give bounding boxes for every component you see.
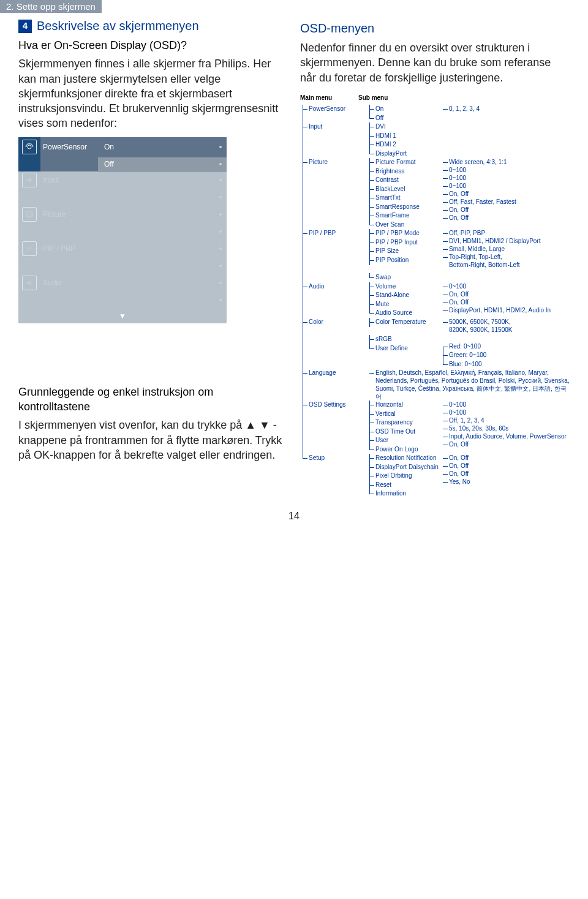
value-item: Small, Middle, Large: [440, 245, 570, 253]
osd-option-off[interactable]: Off: [98, 157, 227, 171]
main-menu-item: OSD Settings: [300, 401, 367, 454]
value-item: On, Off: [440, 214, 570, 222]
pip-icon: P: [22, 241, 37, 256]
sub-menu-item: Reset: [367, 481, 440, 490]
sub-menu-item: Information: [367, 489, 440, 498]
controls-paragraph: I skjermmenyen vist ovenfor, kan du tryk…: [18, 418, 288, 462]
main-menu-item: Picture: [300, 158, 367, 229]
osd-option-on[interactable]: On: [98, 140, 227, 154]
picture-icon: [22, 207, 37, 222]
value-item: 0, 1, 2, 3, 4: [440, 105, 570, 113]
sub-menu-item: Color Temperature: [367, 318, 440, 327]
osd-down-arrow[interactable]: ▼: [18, 309, 227, 323]
value-item: 5s, 10s, 20s, 30s, 60s: [440, 424, 570, 432]
value-item: Off, Fast, Faster, Fastest: [440, 198, 570, 206]
sub-menu-item: PIP / PBP Mode: [367, 229, 440, 238]
osd-menu-powersensor[interactable]: PowerSensor: [43, 142, 98, 152]
value-item: 0~100: [440, 401, 570, 408]
value-item: Green: 0~100: [440, 351, 570, 360]
sub-menu-item: DisplayPort Daisychain: [367, 463, 440, 472]
value-item: Top-Right, Top-Left, Bottom-Right, Botto…: [440, 253, 570, 269]
svg-point-0: [28, 145, 31, 149]
value-item: On, Off: [440, 440, 570, 448]
main-menu-item: PowerSensor: [300, 105, 367, 122]
audio-icon: [22, 276, 37, 290]
sub-menu-item: Resolution Notification: [367, 454, 440, 463]
sub-menu-item: Power On Logo: [367, 445, 440, 454]
sub-menu-item: Transparency: [367, 418, 440, 427]
value-item: DVI, HDMI1, HDMI2 / DisplayPort: [440, 237, 570, 245]
sub-menu-item: PIP / PBP Input: [367, 238, 440, 247]
value-item: 5000K, 6500K, 7500K, 8200K, 9300K, 11500…: [440, 318, 570, 334]
sub-menu-item: sRGB: [367, 335, 440, 344]
sub-menu-item: Stand-Alone: [367, 291, 440, 300]
tree-head-sub: Sub menu: [358, 94, 388, 103]
osd-menu-intro: Nedenfor finner du en oversikt over stru…: [300, 40, 570, 85]
sub-menu-item: On: [367, 105, 440, 114]
value-item: Yes, No: [440, 478, 570, 486]
value-item: Blue: 0~100: [440, 360, 570, 369]
sub-menu-item: SmartTxt: [367, 194, 440, 203]
sub-menu-item: PIP Position: [367, 256, 440, 265]
value-item: On, Off: [440, 190, 570, 198]
sensor-icon: [22, 140, 37, 154]
intro-paragraph: Skjermmenyen finnes i alle skjermer fra …: [18, 56, 288, 130]
sub-menu-item: Over Scan: [367, 220, 440, 230]
main-menu-item: Audio: [300, 282, 367, 318]
sub-menu-item: OSD Time Out: [367, 427, 440, 437]
language-list: English, Deutsch, Español, Ελληνική, Fra…: [367, 369, 570, 401]
sub-menu-item: Off: [367, 114, 440, 123]
value-item: 0~100: [440, 408, 570, 416]
value-item: On, Off: [440, 206, 570, 214]
sub-menu-item: User: [367, 436, 440, 445]
sub-menu-item: PIP Size: [367, 247, 440, 256]
sub-menu-item: Mute: [367, 300, 440, 309]
sub-menu-item: Audio Source: [367, 309, 440, 318]
value-item: On, Off: [440, 298, 570, 306]
value-item: Wide screen, 4:3, 1:1: [440, 158, 570, 166]
main-menu-item: PIP / PBP: [300, 229, 367, 282]
controls-heading: Grunnleggende og enkel instruksjon om ko…: [18, 385, 288, 415]
value-item: 0~100: [440, 282, 570, 290]
value-item: 0~100: [440, 182, 570, 190]
value-item: On, Off: [440, 462, 570, 470]
osd-menu-picture[interactable]: Picture: [43, 209, 98, 219]
page-number: 14: [0, 511, 588, 532]
sub-menu-item: Vertical: [367, 410, 440, 419]
sub-menu-item: User Define: [367, 344, 440, 353]
main-menu-item: Input: [300, 122, 367, 158]
value-item: Off, PIP, PBP: [440, 229, 570, 237]
step-number: 4: [18, 20, 32, 33]
tree-head-main: Main menu: [300, 94, 358, 103]
sub-menu-item: HDMI 2: [367, 140, 440, 149]
value-item: 0~100: [440, 174, 570, 182]
sub-menu-item: Volume: [367, 282, 440, 292]
section-header: 2. Sette opp skjermen: [0, 0, 102, 13]
input-icon: [22, 173, 37, 187]
sub-menu-item: SmartResponse: [367, 203, 440, 212]
main-menu-item: Setup: [300, 454, 367, 498]
sub-menu-item: DisplayPort: [367, 149, 440, 159]
main-menu-item: Color: [300, 318, 367, 369]
osd-menu-audio[interactable]: Audio: [43, 278, 98, 288]
value-item: DisplayPort, HDMI1, HDMI2, Audio In: [440, 306, 570, 314]
value-item: Red: 0~100: [440, 342, 570, 352]
sub-menu-item: Swap: [367, 273, 440, 282]
sub-menu-item: Contrast: [367, 176, 440, 185]
osd-menu-input[interactable]: Input: [43, 175, 98, 185]
sub-menu-item: HDMI 1: [367, 132, 440, 141]
osd-menu-pip[interactable]: PIP / PBP: [43, 244, 98, 254]
arrow-up-down-icon: ▲ ▼: [245, 419, 270, 431]
sub-menu-item: Brightness: [367, 167, 440, 176]
value-item: 0~100: [440, 166, 570, 174]
value-item: On, Off: [440, 290, 570, 298]
step-title: Beskrivelse av skjermmenyen: [37, 18, 199, 34]
sub-menu-item: SmartFrame: [367, 211, 440, 220]
sub-menu-item: Pixel Orbiting: [367, 472, 440, 481]
question-heading: Hva er On-Screen Display (OSD)?: [18, 38, 288, 53]
osd-screenshot: PowerSensor On Off Input: [18, 137, 227, 323]
sub-menu-item: Picture Format: [367, 158, 440, 167]
osd-menu-title: OSD-menyen: [300, 20, 570, 37]
value-item: On, Off: [440, 470, 570, 478]
osd-menu-tree: Main menu Sub menu PowerSensorOnOff0, 1,…: [300, 94, 570, 498]
